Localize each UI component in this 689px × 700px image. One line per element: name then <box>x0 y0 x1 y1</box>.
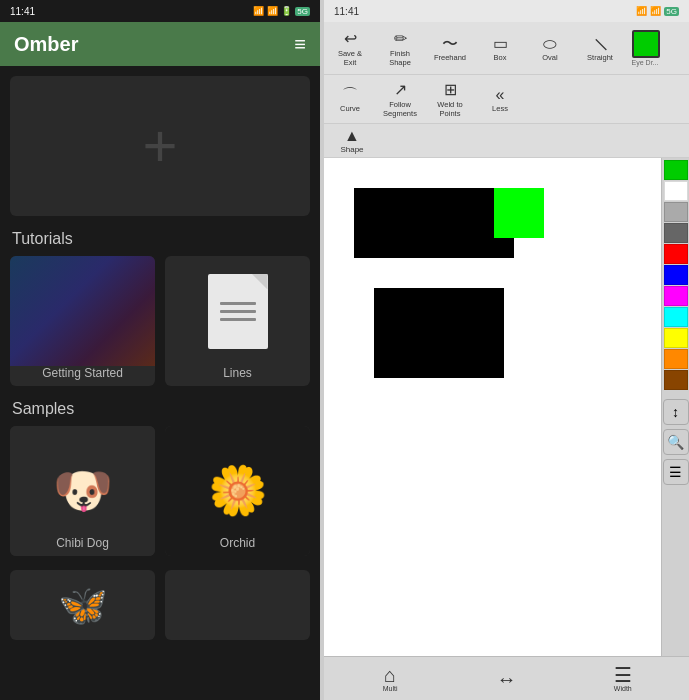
app-header: Omber ≡ <box>0 22 320 66</box>
color-white[interactable] <box>664 181 688 201</box>
lines-doc-icon <box>208 274 268 349</box>
tile-partial-2[interactable] <box>165 570 310 640</box>
active-color-swatch[interactable] <box>632 30 660 58</box>
color-brown[interactable] <box>664 370 688 390</box>
color-darkgray[interactable] <box>664 223 688 243</box>
curve-button[interactable]: ⌒ Curve <box>326 77 374 121</box>
partial-row: 🦋 <box>10 570 310 640</box>
less-label: Less <box>492 104 508 113</box>
oval-label: Oval <box>542 53 557 62</box>
straight-label: Straight <box>587 53 613 62</box>
content-scroll: + Tutorials Getting Started <box>0 66 320 700</box>
finish-shape-button[interactable]: ✏ FinishShape <box>376 26 424 70</box>
color-blue[interactable] <box>664 265 688 285</box>
bottom-bar: ⌂ Multi ↔ ☰ Width <box>324 656 689 700</box>
freehand-button[interactable]: 〜 Freehand <box>426 26 474 70</box>
status-bar-left: 11:41 📶 📶 🔋 5G <box>0 0 320 22</box>
multi-label: Multi <box>383 685 398 692</box>
orchid-emoji: 🌼 <box>208 463 268 519</box>
width-button[interactable]: ☰ Width <box>601 665 645 692</box>
oval-icon: ⬭ <box>543 34 557 53</box>
box-icon: ▭ <box>493 34 508 53</box>
toolbar-third: ▲ Shape <box>324 124 689 158</box>
finish-shape-icon: ✏ <box>394 29 407 48</box>
color-orange[interactable] <box>664 349 688 369</box>
box-button[interactable]: ▭ Box <box>476 26 524 70</box>
arrow-updown-button[interactable]: ↕ <box>663 399 689 425</box>
color-red[interactable] <box>664 244 688 264</box>
status-icons-left: 📶 📶 🔋 5G <box>253 6 310 16</box>
hamburger-right-button[interactable]: ☰ <box>663 459 689 485</box>
time-right: 11:41 <box>334 6 359 17</box>
canvas-main[interactable] <box>324 158 661 656</box>
time-left: 11:41 <box>10 6 35 17</box>
shape-label: Shape <box>340 145 363 154</box>
shape-button[interactable]: ▲ Shape <box>328 127 376 154</box>
status-bar-right: 11:41 📶 📶 5G <box>324 0 689 22</box>
less-icon: « <box>496 85 505 104</box>
dog-emoji: 🐶 <box>53 463 113 519</box>
follow-segments-icon: ↗ <box>394 80 407 99</box>
multi-icon: ⌂ <box>384 665 396 685</box>
width-icon: ☰ <box>614 665 632 685</box>
color-lightgray[interactable] <box>664 202 688 222</box>
color-magenta[interactable] <box>664 286 688 306</box>
rect-top <box>354 188 514 258</box>
color-sidebar: ↕ 🔍 ☰ <box>661 158 689 656</box>
doc-line-3 <box>220 318 256 321</box>
doc-line-2 <box>220 310 256 313</box>
eyedropper-label: Eye Dr... <box>632 59 659 66</box>
tile-lines[interactable]: Lines <box>165 256 310 386</box>
plus-icon: + <box>142 116 177 176</box>
shape-icon: ▲ <box>344 127 360 145</box>
save-exit-button[interactable]: ↩ Save &Exit <box>326 26 374 70</box>
freehand-label: Freehand <box>434 53 466 62</box>
doc-line-1 <box>220 302 256 305</box>
zoom-button[interactable]: 🔍 <box>663 429 689 455</box>
canvas-area: ↕ 🔍 ☰ <box>324 158 689 656</box>
tile-label-orchid: Orchid <box>220 536 255 550</box>
oval-button[interactable]: ⬭ Oval <box>526 26 574 70</box>
save-exit-label: Save &Exit <box>338 49 362 67</box>
menu-button[interactable]: ≡ <box>294 33 306 56</box>
box-label: Box <box>494 53 507 62</box>
tile-orchid[interactable]: 🌼 Orchid <box>165 426 310 556</box>
app-title: Omber <box>14 33 78 56</box>
width-label: Width <box>614 685 632 692</box>
move-icon: ↔ <box>496 669 516 689</box>
straight-icon: | <box>592 35 609 52</box>
color-green[interactable] <box>664 160 688 180</box>
tile-partial-1[interactable]: 🦋 <box>10 570 155 640</box>
tile-label-chibi-dog: Chibi Dog <box>56 536 109 550</box>
toolbar-top: ↩ Save &Exit ✏ FinishShape 〜 Freehand ▭ … <box>324 22 689 75</box>
tutorials-row: Getting Started Lines <box>10 256 310 386</box>
partial-emoji: 🦋 <box>58 582 108 629</box>
samples-label: Samples <box>10 400 310 418</box>
new-project-tile[interactable]: + <box>10 76 310 216</box>
tile-getting-started[interactable]: Getting Started <box>10 256 155 386</box>
getting-started-thumb <box>10 256 155 366</box>
less-button[interactable]: « Less <box>476 77 524 121</box>
weld-to-points-label: Weld toPoints <box>437 100 462 118</box>
right-panel: 11:41 📶 📶 5G ↩ Save &Exit ✏ FinishShape … <box>324 0 689 700</box>
tile-label-lines: Lines <box>223 366 252 380</box>
move-button[interactable]: ↔ <box>484 669 528 689</box>
tutorials-label: Tutorials <box>10 230 310 248</box>
tile-label-getting-started: Getting Started <box>42 366 123 380</box>
straight-button[interactable]: | Straight <box>576 26 624 70</box>
weld-to-points-button[interactable]: ⊞ Weld toPoints <box>426 77 474 121</box>
multi-button[interactable]: ⌂ Multi <box>368 665 412 692</box>
curve-icon: ⌒ <box>342 85 358 104</box>
save-exit-icon: ↩ <box>344 29 357 48</box>
color-cyan[interactable] <box>664 307 688 327</box>
tile-chibi-dog[interactable]: 🐶 Chibi Dog <box>10 426 155 556</box>
samples-row: 🐶 Chibi Dog 🌼 Orchid <box>10 426 310 556</box>
freehand-icon: 〜 <box>442 34 458 53</box>
toolbar-second: ⌒ Curve ↗ FollowSegments ⊞ Weld toPoints… <box>324 75 689 124</box>
rect-green <box>494 188 544 238</box>
lines-thumb-area <box>165 256 310 366</box>
color-yellow[interactable] <box>664 328 688 348</box>
finish-shape-label: FinishShape <box>389 49 411 67</box>
follow-segments-button[interactable]: ↗ FollowSegments <box>376 77 424 121</box>
weld-to-points-icon: ⊞ <box>444 80 457 99</box>
